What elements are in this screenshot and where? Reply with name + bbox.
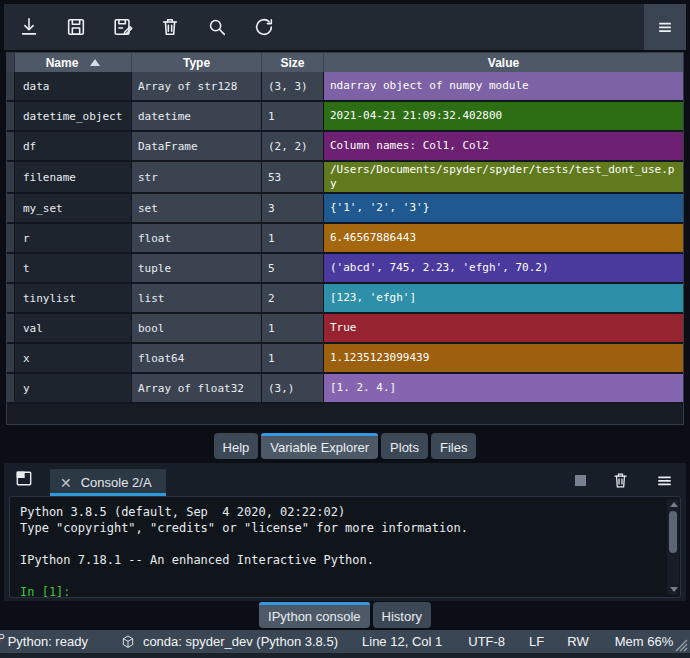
cell-size[interactable]: 5	[262, 254, 324, 282]
cell-name[interactable]: datetime_object	[15, 102, 132, 130]
row-index-header[interactable]	[7, 72, 15, 100]
cell-name[interactable]: my_set	[15, 194, 132, 222]
tab-files[interactable]: Files	[431, 433, 476, 459]
status-python-ready: Python: ready	[8, 634, 88, 649]
tab-variable-explorer[interactable]: Variable Explorer	[261, 433, 378, 459]
cell-value[interactable]: ndarray object of numpy module	[324, 72, 683, 100]
remove-variable-button[interactable]	[153, 10, 187, 44]
cell-value[interactable]: [123, 'efgh']	[324, 284, 683, 312]
import-data-button[interactable]	[12, 10, 46, 44]
cell-name[interactable]: data	[15, 72, 132, 100]
variable-table-body: dataArray of str128(3, 3)ndarray object …	[7, 72, 683, 404]
cell-size[interactable]: (3,)	[262, 374, 324, 402]
cell-name[interactable]: val	[15, 314, 132, 342]
scroll-down-icon[interactable]	[670, 587, 678, 592]
status-memory: Mem 66%	[615, 634, 674, 649]
cell-size[interactable]: 1	[262, 224, 324, 252]
table-row: ttuple5('abcd', 745, 2.23, 'efgh', 70.2)	[7, 254, 683, 284]
row-index-header[interactable]	[7, 314, 15, 342]
row-index-header[interactable]	[7, 374, 15, 402]
cell-type[interactable]: set	[132, 194, 262, 222]
remove-all-variables-button[interactable]	[611, 471, 630, 493]
tab-history[interactable]: History	[373, 602, 431, 628]
cell-name[interactable]: x	[15, 344, 132, 372]
cell-value[interactable]: /Users/Documents/spyder/spyder/tests/tes…	[324, 162, 683, 192]
column-header-name[interactable]: Name	[15, 53, 132, 72]
row-index-header[interactable]	[7, 162, 15, 192]
save-data-icon	[65, 16, 87, 38]
console-options-button[interactable]	[655, 471, 674, 493]
tab-help[interactable]: Help	[214, 433, 259, 459]
column-header-size[interactable]: Size	[262, 53, 324, 72]
cell-type[interactable]: DataFrame	[132, 132, 262, 160]
console-output[interactable]: Python 3.8.5 (default, Sep 4 2020, 02:22…	[9, 496, 681, 598]
row-index-header[interactable]	[7, 132, 15, 160]
cell-size[interactable]: 1	[262, 344, 324, 372]
tab-ipython-console[interactable]: IPython console	[259, 602, 370, 628]
row-index-header[interactable]	[7, 224, 15, 252]
cell-type[interactable]: Array of float32	[132, 374, 262, 402]
table-row: filenamestr53/Users/Documents/spyder/spy…	[7, 162, 683, 194]
row-index-header[interactable]	[7, 344, 15, 372]
save-data-button[interactable]	[59, 10, 93, 44]
cell-value[interactable]: True	[324, 314, 683, 342]
cell-value[interactable]: 1.1235123099439	[324, 344, 683, 372]
cell-size[interactable]: 1	[262, 102, 324, 130]
cell-value[interactable]: 6.46567886443	[324, 224, 683, 252]
search-icon	[206, 16, 228, 38]
cell-value[interactable]: [1. 2. 4.]	[324, 374, 683, 402]
column-header-type[interactable]: Type	[132, 53, 262, 72]
cell-name[interactable]: t	[15, 254, 132, 282]
column-header-value[interactable]: Value	[324, 53, 683, 72]
refresh-button[interactable]	[247, 10, 281, 44]
cell-type[interactable]: datetime	[132, 102, 262, 130]
interrupt-kernel-button[interactable]	[575, 475, 586, 486]
refresh-icon	[253, 16, 275, 38]
scrollbar-thumb[interactable]	[669, 511, 677, 553]
spyder-window: Name Type Size Value dataArray of str128…	[0, 0, 690, 658]
cell-size[interactable]: (2, 2)	[262, 132, 324, 160]
cell-value[interactable]: Column names: Col1, Col2	[324, 132, 683, 160]
scroll-up-icon[interactable]	[670, 502, 678, 507]
cell-type[interactable]: tuple	[132, 254, 262, 282]
browse-tabs-button[interactable]	[14, 468, 34, 491]
cell-name[interactable]: r	[15, 224, 132, 252]
close-icon[interactable]: ✕	[60, 475, 72, 491]
search-variable-button[interactable]	[200, 10, 234, 44]
cell-size[interactable]: 1	[262, 314, 324, 342]
cell-name[interactable]: y	[15, 374, 132, 402]
cell-type[interactable]: bool	[132, 314, 262, 342]
column-header-type-label: Type	[183, 56, 210, 70]
cell-type[interactable]: float	[132, 224, 262, 252]
cell-size[interactable]: 3	[262, 194, 324, 222]
hamburger-icon	[655, 471, 674, 490]
save-data-as-button[interactable]	[106, 10, 140, 44]
cell-type[interactable]: float64	[132, 344, 262, 372]
tab-plots[interactable]: Plots	[381, 433, 428, 459]
cell-type[interactable]: Array of str128	[132, 72, 262, 100]
cell-value[interactable]: 2021-04-21 21:09:32.402800	[324, 102, 683, 130]
cell-size[interactable]: (3, 3)	[262, 72, 324, 100]
cell-name[interactable]: filename	[15, 162, 132, 192]
table-row: valbool1True	[7, 314, 683, 344]
row-index-header[interactable]	[7, 194, 15, 222]
console-panel: ✕ Console 2/A Python 3.8.5 (default, Sep…	[4, 463, 686, 601]
row-index-header[interactable]	[7, 254, 15, 282]
cell-size[interactable]: 53	[262, 162, 324, 192]
console-scrollbar[interactable]	[667, 499, 679, 595]
row-index-header[interactable]	[7, 284, 15, 312]
cell-value[interactable]: {'1', '2', '3'}	[324, 194, 683, 222]
status-bar: P Python: ready conda: spyder_dev (Pytho…	[0, 630, 690, 653]
cell-value[interactable]: ('abcd', 745, 2.23, 'efgh', 70.2)	[324, 254, 683, 282]
cell-type[interactable]: str	[132, 162, 262, 192]
status-conda-env[interactable]: conda: spyder_dev (Python 3.8.5)	[143, 634, 338, 649]
console-tab[interactable]: ✕ Console 2/A	[50, 469, 166, 496]
variable-explorer-toolbar	[4, 4, 686, 50]
console-line: Python 3.8.5 (default, Sep 4 2020, 02:22…	[20, 504, 660, 520]
variable-explorer-options-button[interactable]	[644, 4, 686, 50]
cell-type[interactable]: list	[132, 284, 262, 312]
cell-size[interactable]: 2	[262, 284, 324, 312]
cell-name[interactable]: df	[15, 132, 132, 160]
row-index-header[interactable]	[7, 102, 15, 130]
cell-name[interactable]: tinylist	[15, 284, 132, 312]
